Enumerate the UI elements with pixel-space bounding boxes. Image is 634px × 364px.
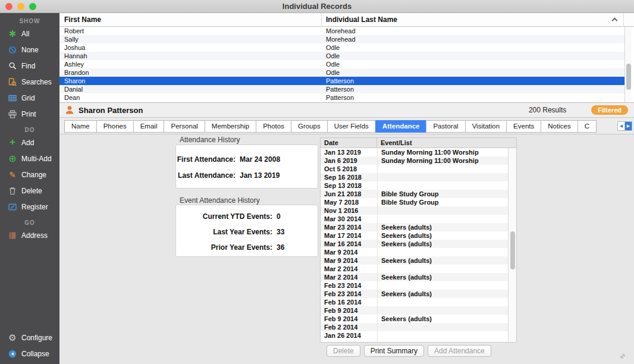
attendance-row[interactable]: Jan 26 2014 bbox=[321, 331, 508, 340]
tab-events[interactable]: Events bbox=[506, 120, 541, 133]
close-button[interactable] bbox=[5, 3, 12, 10]
delete-button[interactable]: Delete bbox=[327, 345, 360, 357]
tab-phones[interactable]: Phones bbox=[96, 120, 134, 133]
sidebar-footer: ⚙ConfigureCollapse bbox=[0, 330, 59, 362]
multi-add-icon: ⊕ bbox=[7, 154, 18, 164]
sidebar: SHOW✱AllNoneFindSearchesGridPrintDO+Add⊕… bbox=[0, 13, 59, 364]
tab-attendance[interactable]: Attendance bbox=[375, 120, 427, 133]
tab-membership[interactable]: Membership bbox=[205, 120, 256, 133]
sidebar-item-multi-add[interactable]: ⊕Multi-Add bbox=[0, 150, 59, 167]
person-row[interactable]: SharonPatterson bbox=[59, 77, 624, 85]
attendance-row[interactable]: Mar 2 2014 bbox=[321, 265, 508, 273]
attendance-row[interactable]: Feb 2 2014 bbox=[321, 323, 508, 331]
date-cell: Jan 26 2014 bbox=[321, 332, 377, 339]
sidebar-item-label: Print bbox=[21, 110, 36, 118]
attendance-row[interactable]: Feb 23 2014 bbox=[321, 281, 508, 290]
print-summary-button[interactable]: Print Summary bbox=[364, 345, 424, 357]
person-row[interactable]: BrandonOdle bbox=[59, 68, 624, 77]
scrollbar-thumb[interactable] bbox=[626, 64, 631, 90]
resize-handle-icon[interactable] bbox=[619, 352, 627, 363]
attendance-row[interactable]: Mar 16 2014Seekers (adults) bbox=[321, 240, 508, 248]
column-header-event-list[interactable]: Event/List bbox=[377, 138, 516, 148]
person-row[interactable]: RobertMorehead bbox=[59, 27, 624, 35]
event-cell: Sunday Morning 11:00 Worship bbox=[377, 149, 508, 156]
sidebar-item-address[interactable]: Address bbox=[0, 227, 59, 243]
person-row[interactable]: DeanPatterson bbox=[59, 93, 624, 102]
attendance-row[interactable]: Feb 9 2014 bbox=[321, 306, 508, 315]
attendance-row[interactable]: Mar 9 2014Seekers (adults) bbox=[321, 256, 508, 265]
attendance-row[interactable]: Mar 2 2014Seekers (adults) bbox=[321, 273, 508, 281]
column-header-first-name[interactable]: First Name bbox=[64, 15, 101, 24]
attendance-tab-content: Attendance History First Attendance:Mar … bbox=[59, 134, 634, 364]
sidebar-item-collapse[interactable]: Collapse bbox=[0, 346, 59, 362]
attendance-row[interactable]: Feb 23 2014Seekers (adults) bbox=[321, 290, 508, 298]
sidebar-item-print[interactable]: Print bbox=[0, 106, 59, 122]
tab-personal[interactable]: Personal bbox=[164, 120, 205, 133]
person-row[interactable]: AshleyOdle bbox=[59, 60, 624, 68]
person-row[interactable]: DanialPatterson bbox=[59, 85, 624, 93]
sidebar-item-searches[interactable]: Searches bbox=[0, 74, 59, 90]
date-cell: Sep 16 2018 bbox=[321, 174, 377, 181]
person-row[interactable]: HannahOdle bbox=[59, 52, 624, 60]
minimize-button[interactable] bbox=[17, 3, 24, 10]
attendance-row[interactable]: Feb 9 2014Seekers (adults) bbox=[321, 315, 508, 323]
attendance-history-box: First Attendance:Mar 24 2008Last Attenda… bbox=[175, 145, 318, 189]
person-row[interactable]: SallyMorehead bbox=[59, 35, 624, 43]
tab-name[interactable]: Name bbox=[64, 120, 97, 133]
attendance-table-scrollbar[interactable] bbox=[508, 148, 516, 342]
attendance-row[interactable]: Mar 30 2014 bbox=[321, 215, 508, 223]
attendance-row[interactable]: Feb 16 2014 bbox=[321, 298, 508, 306]
person-row[interactable]: JoshuaOdle bbox=[59, 43, 624, 52]
attendance-row[interactable]: Mar 17 2014Seekers (adults) bbox=[321, 231, 508, 240]
attendance-row[interactable]: Oct 5 2018 bbox=[321, 165, 508, 173]
tab-c[interactable]: C bbox=[577, 120, 597, 133]
summary-value: Mar 24 2008 bbox=[240, 155, 280, 164]
tab-email[interactable]: Email bbox=[133, 120, 165, 133]
tab-scroll-right-button[interactable]: ▶ bbox=[624, 121, 632, 131]
tab-visitation[interactable]: Visitation bbox=[465, 120, 507, 133]
first-name-cell: Brandon bbox=[59, 69, 321, 76]
attendance-row[interactable]: Mar 23 2014Seekers (adults) bbox=[321, 223, 508, 231]
last-name-cell: Patterson bbox=[321, 94, 624, 101]
add-attendance-button[interactable]: Add Attendance bbox=[428, 345, 491, 357]
sidebar-item-all[interactable]: ✱All bbox=[0, 26, 59, 42]
sidebar-item-grid[interactable]: Grid bbox=[0, 90, 59, 106]
pencil-icon: ✎ bbox=[7, 170, 18, 180]
tab-groups[interactable]: Groups bbox=[291, 120, 328, 133]
sidebar-item-label: All bbox=[21, 30, 29, 38]
attendance-row[interactable]: Sep 16 2018 bbox=[321, 173, 508, 181]
zoom-button[interactable] bbox=[29, 3, 36, 10]
sidebar-item-delete[interactable]: Delete bbox=[0, 183, 59, 199]
scrollbar-thumb[interactable] bbox=[510, 231, 515, 269]
event-cell: Seekers (adults) bbox=[377, 315, 508, 322]
attendance-row[interactable]: Mar 9 2014 bbox=[321, 248, 508, 256]
attendance-row[interactable]: Jun 21 2018Bible Study Group bbox=[321, 190, 508, 198]
sort-ascending-icon[interactable] bbox=[612, 18, 618, 24]
sidebar-item-configure[interactable]: ⚙Configure bbox=[0, 330, 59, 346]
sidebar-item-register[interactable]: Register bbox=[0, 199, 59, 215]
sidebar-item-add[interactable]: +Add bbox=[0, 134, 59, 150]
tab-photos[interactable]: Photos bbox=[256, 120, 291, 133]
tab-pastoral[interactable]: Pastoral bbox=[426, 120, 465, 133]
column-header-date[interactable]: Date bbox=[321, 138, 377, 148]
column-header-last-name[interactable]: Individual Last Name bbox=[326, 15, 397, 24]
sidebar-item-find[interactable]: Find bbox=[0, 58, 59, 74]
sidebar-item-label: Delete bbox=[21, 187, 42, 195]
window-title: Individual Records bbox=[0, 0, 634, 12]
sidebar-item-none[interactable]: None bbox=[0, 42, 59, 58]
tab-user-fields[interactable]: User Fields bbox=[327, 120, 376, 133]
date-cell: Mar 17 2014 bbox=[321, 232, 377, 239]
date-cell: Nov 1 2016 bbox=[321, 207, 377, 214]
people-table-scrollbar[interactable] bbox=[624, 27, 632, 102]
sidebar-section-label: SHOW bbox=[0, 18, 59, 24]
filtered-badge[interactable]: Filtered bbox=[591, 105, 628, 115]
record-name: Sharon Patterson bbox=[79, 106, 143, 115]
attendance-row[interactable]: Sep 13 2018 bbox=[321, 181, 508, 190]
attendance-row[interactable]: May 7 2018Bible Study Group bbox=[321, 198, 508, 206]
sidebar-item-change[interactable]: ✎Change bbox=[0, 167, 59, 183]
attendance-row[interactable]: Jan 6 2019Sunday Morning 11:00 Worship bbox=[321, 156, 508, 165]
attendance-row[interactable]: Jan 13 2019Sunday Morning 11:00 Worship bbox=[321, 148, 508, 156]
attendance-table: Date Event/List Jan 13 2019Sunday Mornin… bbox=[320, 137, 517, 343]
tab-notices[interactable]: Notices bbox=[541, 120, 577, 133]
attendance-row[interactable]: Nov 1 2016 bbox=[321, 206, 508, 215]
